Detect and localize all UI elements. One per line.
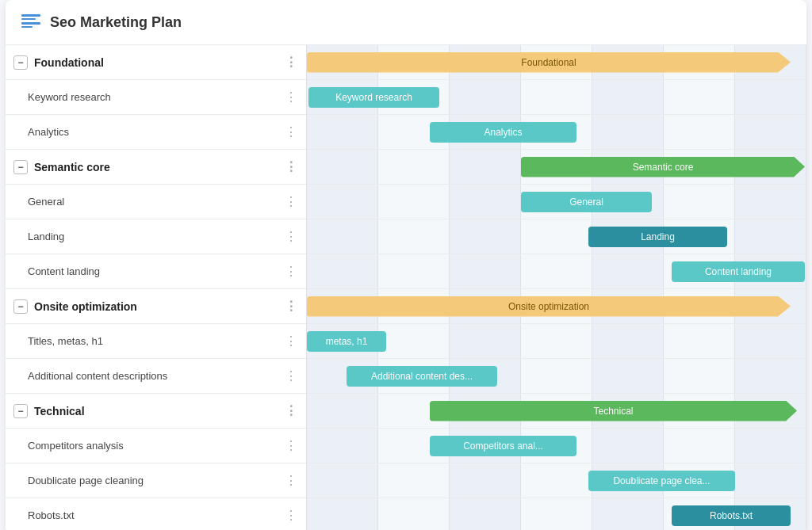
bar-competitors-label: Competitors anal... — [463, 440, 543, 452]
dots-competitors[interactable]: ⋮ — [285, 438, 298, 453]
label-titles-metas: Titles, metas, h1 — [28, 335, 103, 347]
label-robots: Robots.txt — [28, 509, 75, 521]
bar-onsite[interactable]: Onsite optimization — [307, 296, 791, 317]
bar-general[interactable]: General — [521, 192, 652, 212]
label-additional-content: Additional content descriptions — [28, 370, 167, 382]
gantt-row-onsite: Onsite optimization — [307, 289, 806, 324]
app-header: Seo Marketing Plan — [6, 0, 806, 45]
gantt-row-additional-content: Additional content des... — [307, 359, 806, 394]
bar-robots-label: Robots.txt — [710, 510, 753, 521]
label-landing: Landing — [28, 231, 64, 242]
bar-content-landing-label: Content landing — [705, 266, 772, 277]
row-titles-metas: Titles, metas, h1 ⋮ — [6, 324, 306, 359]
dots-technical[interactable]: ⋮ — [285, 403, 298, 418]
bar-landing-label: Landing — [641, 231, 675, 242]
dots-titles-metas[interactable]: ⋮ — [285, 334, 298, 349]
gantt-row-analytics: Analytics — [307, 115, 806, 150]
row-onsite: − Onsite optimization ⋮ — [6, 289, 306, 324]
bar-onsite-label: Onsite optimization — [508, 301, 589, 312]
svg-rect-0 — [21, 14, 40, 17]
dots-foundational[interactable]: ⋮ — [285, 55, 298, 70]
row-technical: − Technical ⋮ — [6, 394, 306, 429]
bar-analytics[interactable]: Analytics — [430, 122, 576, 143]
gantt-row-robots: Robots.txt — [307, 498, 806, 530]
dots-analytics[interactable]: ⋮ — [285, 124, 298, 139]
bar-titles-metas[interactable]: metas, h1 — [307, 331, 386, 352]
bar-titles-metas-label: metas, h1 — [326, 336, 368, 347]
row-landing: Landing ⋮ — [6, 219, 306, 254]
label-keyword-research: Keyword research — [28, 91, 111, 103]
collapse-semantic-core[interactable]: − — [13, 160, 28, 174]
collapse-foundational[interactable]: − — [13, 55, 28, 70]
bar-technical-label: Technical — [593, 406, 633, 417]
row-foundational-header: − Foundational ⋮ — [6, 45, 306, 80]
gantt-row-titles-metas: metas, h1 — [307, 324, 806, 359]
collapse-onsite[interactable]: − — [13, 299, 28, 314]
left-panel: − Foundational ⋮ Keyword research ⋮ Anal… — [6, 45, 307, 530]
gantt-row-doublicate: Doublicate page clea... — [307, 463, 806, 498]
bar-semantic-core-label: Semantic core — [633, 162, 694, 173]
svg-rect-1 — [21, 18, 36, 20]
bar-keyword-research[interactable]: Keyword research — [308, 87, 439, 108]
svg-rect-3 — [21, 26, 33, 28]
dots-landing[interactable]: ⋮ — [285, 229, 298, 244]
gantt-row-foundational: Foundational — [307, 45, 806, 80]
gantt-row-landing: Landing — [307, 219, 806, 254]
label-onsite: Onsite optimization — [34, 300, 137, 313]
bar-semantic-core[interactable]: Semantic core — [521, 157, 805, 177]
row-additional-content: Additional content descriptions ⋮ — [6, 359, 306, 394]
bar-keyword-research-label: Keyword research — [335, 92, 412, 103]
collapse-technical[interactable]: − — [13, 404, 28, 418]
svg-rect-2 — [21, 22, 40, 25]
bar-analytics-label: Analytics — [484, 127, 522, 138]
bar-doublicate-label: Doublicate page clea... — [613, 475, 710, 486]
label-competitors: Competitors analysis — [28, 440, 124, 452]
row-robots: Robots.txt ⋮ — [6, 498, 306, 530]
row-keyword-research: Keyword research ⋮ — [6, 80, 306, 115]
dots-onsite[interactable]: ⋮ — [285, 299, 298, 314]
bar-robots[interactable]: Robots.txt — [672, 505, 791, 526]
gantt-row-general: General — [307, 185, 806, 219]
gantt-row-technical: Technical — [307, 394, 806, 429]
bar-general-label: General — [569, 196, 603, 208]
dots-general[interactable]: ⋮ — [285, 194, 298, 209]
row-analytics: Analytics ⋮ — [6, 115, 306, 150]
dots-semantic-core[interactable]: ⋮ — [285, 159, 298, 174]
gantt-wrapper: − Foundational ⋮ Keyword research ⋮ Anal… — [6, 45, 806, 530]
label-general: General — [28, 196, 64, 208]
label-foundational: Foundational — [34, 56, 104, 69]
bar-landing[interactable]: Landing — [588, 227, 727, 247]
label-doublicate: Doublicate page cleaning — [28, 475, 144, 486]
bar-foundational[interactable]: Foundational — [307, 52, 791, 73]
row-general: General ⋮ — [6, 185, 306, 219]
right-rows: Foundational Keyword research Analytics — [307, 45, 806, 530]
app-container: Seo Marketing Plan − Foundational ⋮ Keyw… — [6, 0, 806, 530]
row-content-landing: Content landing ⋮ — [6, 254, 306, 289]
label-semantic-core: Semantic core — [34, 161, 110, 173]
label-analytics: Analytics — [28, 126, 69, 138]
dots-additional-content[interactable]: ⋮ — [285, 368, 298, 383]
label-technical: Technical — [34, 405, 85, 418]
gantt-row-content-landing: Content landing — [307, 254, 806, 289]
gantt-row-keyword-research: Keyword research — [307, 80, 806, 115]
app-icon — [20, 11, 42, 33]
dots-keyword-research[interactable]: ⋮ — [285, 90, 298, 105]
right-panel: Foundational Keyword research Analytics — [307, 45, 806, 530]
row-competitors: Competitors analysis ⋮ — [6, 429, 306, 463]
gantt-row-semantic-core: Semantic core — [307, 150, 806, 185]
bar-doublicate[interactable]: Doublicate page clea... — [588, 471, 735, 491]
gantt-row-competitors: Competitors anal... — [307, 429, 806, 463]
bar-content-landing[interactable]: Content landing — [672, 261, 805, 282]
bar-foundational-label: Foundational — [521, 57, 576, 68]
row-doublicate: Doublicate page cleaning ⋮ — [6, 463, 306, 498]
label-content-landing: Content landing — [28, 265, 100, 277]
dots-content-landing[interactable]: ⋮ — [285, 264, 298, 279]
bar-technical[interactable]: Technical — [430, 401, 797, 421]
dots-doublicate[interactable]: ⋮ — [285, 473, 298, 488]
bar-additional-content[interactable]: Additional content des... — [347, 366, 497, 387]
app-title: Seo Marketing Plan — [50, 14, 182, 31]
bar-additional-content-label: Additional content des... — [371, 371, 473, 382]
bar-competitors[interactable]: Competitors anal... — [430, 436, 576, 456]
dots-robots[interactable]: ⋮ — [285, 508, 298, 523]
row-semantic-core: − Semantic core ⋮ — [6, 150, 306, 185]
